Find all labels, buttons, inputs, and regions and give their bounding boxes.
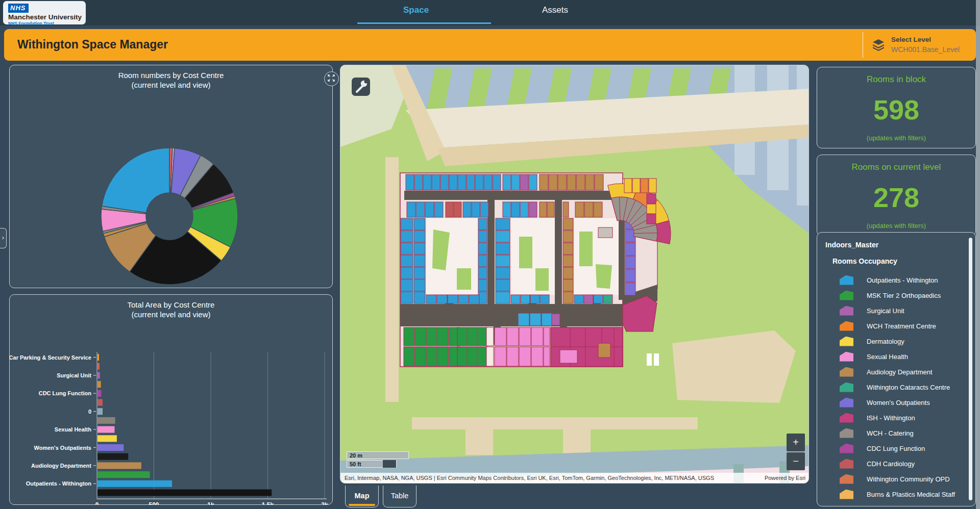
legend-label: Surgical Unit: [867, 307, 904, 315]
legend-swatch: [840, 367, 853, 377]
legend-label: Outpatients - Withington: [867, 276, 938, 284]
legend-swatch: [840, 459, 853, 469]
legend-item[interactable]: Withington Cataracts Centre: [817, 379, 965, 395]
legend-swatch: [840, 490, 853, 499]
legend-swatch: [840, 383, 853, 392]
legend-label: CDH Cardiology: [867, 460, 915, 468]
legend-title: Indoors_Master: [825, 241, 975, 249]
svg-text:1.5k: 1.5k: [262, 501, 274, 505]
legend-item[interactable]: CDH Cardiology: [817, 456, 965, 471]
divider: [863, 32, 863, 58]
map-view[interactable]: 20 m 50 ft + − Esri, Intermap, NASA, NGA…: [340, 65, 809, 483]
page-title: Withington Space Manager: [17, 38, 168, 52]
legend-label: Sexual Health: [867, 353, 908, 361]
svg-text:2k: 2k: [321, 501, 328, 505]
level-selector-value[interactable]: WCH001.Base_Level: [891, 45, 960, 54]
pie-chart-title: Room numbers by Cost Centre: [10, 70, 332, 80]
svg-text:CDC Lung Function: CDC Lung Function: [39, 390, 92, 396]
bar-chart-title: Total Area by Cost Centre: [10, 300, 332, 310]
tab-assets[interactable]: Assets: [542, 5, 568, 15]
svg-text:1k: 1k: [207, 501, 214, 505]
legend-item[interactable]: WCH Treatment Centre: [817, 318, 965, 334]
legend-label: Women's Outpatients: [867, 399, 930, 406]
measurement-tool-button[interactable]: [352, 78, 370, 96]
legend-item[interactable]: Audiology Department: [817, 364, 965, 379]
wrench-icon: [357, 80, 368, 92]
pie-chart-panel: Room numbers by Cost Centre (current lev…: [9, 65, 333, 288]
legend-swatch: [840, 321, 853, 331]
legend-item[interactable]: CDC Lung Function: [817, 441, 965, 456]
level-selector-label: Select Level: [891, 36, 931, 43]
legend-label: Audiology Department: [867, 368, 933, 376]
map-legend-panel: Indoors_Master Rooms Occupancy Outpatien…: [817, 232, 976, 506]
legend-swatch: [840, 413, 853, 423]
legend-item[interactable]: Women's Outpatients: [817, 395, 965, 410]
legend-swatch: [840, 474, 853, 484]
svg-text:500: 500: [149, 501, 159, 505]
powered-by-esri: Powered by Esri: [765, 473, 805, 483]
bar-chart-subtitle: (current level and view): [10, 310, 332, 319]
tab-space[interactable]: Space: [403, 5, 429, 15]
legend-label: Dermatology: [867, 338, 904, 345]
layers-icon: [872, 38, 885, 54]
svg-text:Car Parking & Security Service: Car Parking & Security Service: [10, 354, 91, 361]
legend-swatch: [840, 306, 853, 316]
stat-note: (updates with filters): [867, 222, 926, 230]
sidebar-collapse-toggle[interactable]: ›: [0, 228, 7, 248]
legend-label: WCH Treatment Centre: [867, 322, 936, 330]
map-attribution: Esri, Intermap, NASA, NGA, USGS | Esri C…: [340, 473, 809, 483]
legend-swatch: [840, 352, 853, 362]
svg-text:Women's Outpatients: Women's Outpatients: [34, 445, 91, 451]
legend-item[interactable]: Dermatology: [817, 334, 965, 349]
top-bar: NHS Manchester University NHS Foundation…: [0, 0, 980, 26]
nhs-org-name: Manchester University: [8, 13, 86, 21]
app-banner: Withington Space Manager Select Level WC…: [4, 29, 976, 61]
zoom-in-button[interactable]: +: [787, 434, 805, 451]
attribution-text: Esri, Intermap, NASA, NGA, USGS | Esri C…: [345, 473, 714, 483]
rooms-in-block-card: Rooms in block 598 (updates with filters…: [817, 67, 976, 148]
bar-chart-panel: Total Area by Cost Centre (current level…: [9, 294, 333, 505]
scale-metric: 20 m: [350, 452, 362, 459]
legend-items-list: Outpatients - WithingtonMSK Tier 2 Ortho…: [817, 272, 965, 502]
legend-label: Withington Cataracts Centre: [867, 384, 950, 391]
stat-title: Rooms on current level: [852, 162, 941, 172]
scale-imperial: 50 ft: [350, 461, 361, 467]
legend-swatch: [840, 444, 853, 453]
legend-label: WCH - Catering: [867, 429, 914, 437]
legend-item[interactable]: Sexual Health: [817, 349, 965, 364]
map-canvas[interactable]: [340, 65, 808, 483]
nhs-logo: NHS Manchester University NHS Foundation…: [3, 1, 86, 24]
legend-label: CDC Lung Function: [867, 445, 925, 452]
svg-text:Sexual Health: Sexual Health: [55, 426, 91, 432]
legend-label: MSK Tier 2 Orthopaedics: [867, 292, 941, 299]
legend-item[interactable]: Surgical Unit: [817, 303, 965, 318]
legend-item[interactable]: WCH - Catering: [817, 425, 965, 441]
legend-scrollbar[interactable]: [969, 238, 972, 500]
svg-text:0: 0: [88, 409, 91, 415]
stat-value: 598: [873, 96, 919, 123]
page-scrollbar[interactable]: [976, 0, 980, 509]
legend-item[interactable]: ISH - Withington: [817, 410, 965, 425]
legend-item[interactable]: Withington Community OPD: [817, 471, 965, 487]
tab-table[interactable]: Table: [383, 486, 416, 507]
legend-swatch: [840, 398, 853, 408]
zoom-out-button[interactable]: −: [787, 452, 805, 470]
legend-item[interactable]: Outpatients - Withington: [817, 272, 965, 288]
svg-text:Outpatients - Withington: Outpatients - Withington: [26, 480, 91, 487]
legend-label: Burns & Plastics Medical Staff: [867, 491, 955, 498]
expand-panel-icon[interactable]: [324, 71, 339, 86]
rooms-current-level-card: Rooms on current level 278 (updates with…: [817, 155, 976, 236]
legend-group-title: Rooms Occupancy: [832, 257, 975, 265]
legend-item[interactable]: Burns & Plastics Medical Staff: [817, 487, 965, 502]
legend-swatch: [840, 275, 853, 285]
active-tab-underline: [357, 22, 491, 24]
legend-item[interactable]: MSK Tier 2 Orthopaedics: [817, 288, 965, 303]
pie-chart-subtitle: (current level and view): [10, 80, 332, 90]
map-zoom-controls: + −: [787, 434, 805, 471]
tab-map[interactable]: Map: [345, 486, 379, 507]
legend-swatch: [840, 291, 853, 300]
stat-note: (updates with filters): [867, 134, 926, 142]
stat-title: Rooms in block: [867, 74, 926, 85]
legend-swatch: [840, 428, 853, 438]
stat-value: 278: [873, 184, 919, 211]
